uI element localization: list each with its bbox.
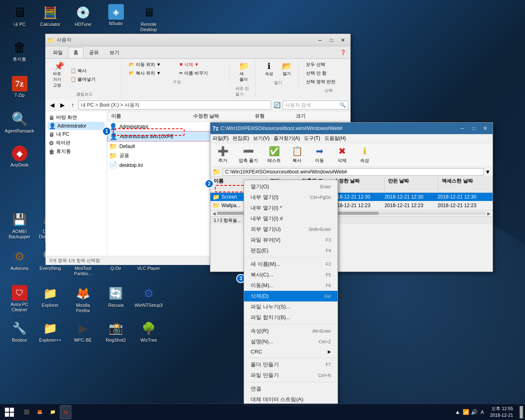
ribbon-open-btn[interactable]: 📂 열기 <box>278 61 295 78</box>
desktop-icon-bootice[interactable]: 🔧 Bootice <box>4 318 35 345</box>
ribbon-properties-btn[interactable]: ℹ 속성 <box>261 61 277 78</box>
sz-test-btn[interactable]: ✅ 테스트 <box>264 144 285 165</box>
sevenzip-minimize-btn[interactable]: ─ <box>457 124 468 132</box>
desktop-icon-mypc[interactable]: 🖥 내 PC <box>4 2 35 29</box>
desktop-icon-firefox[interactable]: 🦊 Mozilla Firefox <box>68 283 98 315</box>
ctx-delete[interactable]: 삭제(D) Del <box>244 291 338 301</box>
ctx-copy[interactable]: 복사(C)... F5 <box>244 269 338 280</box>
ribbon-rename-btn[interactable]: ✏ 이름 바꾸기 <box>177 69 226 77</box>
ctx-open[interactable]: 열기(O) Enter <box>244 181 338 192</box>
taskbar-item-terminal[interactable]: ⬛ <box>21 405 33 419</box>
desktop-icon-agentransack[interactable]: 🔍 AgentRansack <box>4 109 35 136</box>
desktop-icon-mpcbe[interactable]: ▶ MPC-BE <box>68 318 98 345</box>
ctx-split-file[interactable]: 파일 나누기(S)... <box>244 301 338 312</box>
tree-item-desktop[interactable]: 🖥 바탕 화면 <box>48 113 105 122</box>
ctx-file-viewer[interactable]: 파일 뷰어(V) F3 <box>244 235 338 245</box>
ctx-rename[interactable]: 새 이름(M)... F2 <box>244 259 338 269</box>
ribbon-select-none-btn[interactable]: 선택 안 함 <box>304 69 353 77</box>
sevenzip-maximize-btn[interactable]: □ <box>468 124 479 132</box>
desktop-icon-recuva[interactable]: 🔄 Recuva <box>100 283 131 310</box>
ribbon-tab-file[interactable]: 파일 <box>48 47 68 58</box>
ribbon-move-to-btn[interactable]: 📂 이동 위치 ▼ <box>127 61 176 68</box>
sz-scroll-right[interactable]: ▶ <box>487 211 491 216</box>
menu-view[interactable]: 보기(V) <box>253 135 269 142</box>
tree-item-controlpanel[interactable]: ⚙ 제어판 <box>48 139 105 147</box>
ribbon-paste-btn[interactable]: 📋붙여넣기 <box>68 75 118 83</box>
sevenzip-close-btn[interactable]: ✕ <box>480 124 491 132</box>
desktop-icon-autoruns[interactable]: ⚙ Autoruns <box>4 246 35 273</box>
refresh-btn[interactable]: 🔄 <box>272 100 281 110</box>
tray-clock[interactable]: 오후 12:55 2018-12-21 <box>487 406 516 418</box>
menu-help[interactable]: 도움말(H) <box>324 135 346 142</box>
start-button[interactable] <box>0 404 18 420</box>
ctx-edit[interactable]: 편집(E) F4 <box>244 245 338 256</box>
tree-item-administrator[interactable]: 👤 Administrator <box>48 122 105 130</box>
ctx-open-external[interactable]: 외부 열기(U) Shift+Enter <box>244 224 338 235</box>
forward-btn[interactable]: ▶ <box>58 100 67 110</box>
tray-network-icon[interactable]: 📶 <box>463 409 469 415</box>
desktop-icon-aomei[interactable]: 💾 AOMEIBackupper <box>4 209 35 242</box>
address-path[interactable]: 내 PC > Boot (X:) > 사용자 <box>78 100 271 110</box>
ribbon-tab-view[interactable]: 보기 <box>104 47 125 58</box>
desktop-icon-avira[interactable]: 🛡 Avira PCCleaner <box>4 283 35 315</box>
desktop-icon-hdtune[interactable]: 💿 HDTune <box>68 2 98 29</box>
taskbar-item-7zip[interactable]: 7z <box>60 405 71 419</box>
menu-edit[interactable]: 편집(E) <box>233 135 249 142</box>
tray-expand-icon[interactable]: ▲ <box>454 409 461 415</box>
explorer-close-btn[interactable]: ✕ <box>338 36 348 44</box>
desktop-icon-winntsetup[interactable]: ⚙ WinNTSetup3 <box>133 283 164 310</box>
sz-info-btn[interactable]: ℹ 속성 <box>354 144 375 165</box>
desktop-icon-wiztree[interactable]: 🌳 WizTree <box>133 318 164 345</box>
desktop-icon-anydesk[interactable]: ◆ AnyDesk <box>4 144 35 170</box>
tree-item-mypc[interactable]: 🖥 내 PC <box>48 130 105 139</box>
desktop-icon-recycle[interactable]: 🗑 휴지통 <box>4 37 35 64</box>
desktop-icon-nsudo[interactable]: ◈ NSudo <box>100 2 131 28</box>
desktop-icon-remote[interactable]: 🖥 RemoteDesktop <box>133 2 164 34</box>
up-btn[interactable]: ↑ <box>68 100 77 110</box>
ctx-crc[interactable]: CRC ▶ <box>244 347 338 356</box>
ctx-open-inner-star[interactable]: 내부 열기(I) * <box>244 203 338 213</box>
ribbon-delete-btn[interactable]: ✖ 삭제 ▼ <box>177 61 226 68</box>
tray-show-desktop-icon[interactable] <box>520 406 523 418</box>
ribbon-help-btn[interactable]: ❓ <box>340 46 348 58</box>
desktop-icon-regshot[interactable]: 📸 RegShot2 <box>100 318 131 345</box>
ribbon-copy-btn[interactable]: 📋복사 <box>68 67 118 75</box>
ribbon-pin-btn[interactable]: 📌 바로 가기고정 <box>51 61 67 89</box>
taskbar-item-explorer[interactable]: 📁 <box>47 405 59 419</box>
sz-delete-btn[interactable]: ✖ 삭제 <box>332 144 352 165</box>
ribbon-select-all-btn[interactable]: 모두 선택 <box>304 61 353 68</box>
menu-file[interactable]: 파일(F) <box>212 135 228 142</box>
sz-move-btn[interactable]: ➡ 이동 <box>309 144 330 165</box>
ribbon-tab-share[interactable]: 공유 <box>84 47 104 58</box>
ctx-create-folder[interactable]: 폴더 만들기 F7 <box>244 359 338 370</box>
sz-add-btn[interactable]: ➕ 추가 <box>212 144 233 165</box>
ctx-link[interactable]: 연결 <box>244 383 338 394</box>
search-box[interactable]: 사용자 검색 🔍 <box>283 100 348 110</box>
ctx-description[interactable]: 설명(N)... Ctrl+Z <box>244 336 338 347</box>
ctx-open-inner-hash[interactable]: 내부 열기(I) # <box>244 213 338 224</box>
sz-scroll-left[interactable]: ◀ <box>212 211 216 216</box>
tray-volume-icon[interactable]: 🔊 <box>471 409 477 415</box>
tree-item-recycle[interactable]: 🗑 휴지통 <box>48 147 105 156</box>
ribbon-invert-btn[interactable]: 선택 영역 반전 <box>304 78 353 86</box>
back-btn[interactable]: ◀ <box>48 100 57 110</box>
desktop-icon-explorerpp[interactable]: 📁 Explorer++ <box>35 318 66 345</box>
ribbon-new-folder-btn[interactable]: 📁 새폴더 <box>235 61 252 84</box>
desktop-icon-explorer[interactable]: 📁 Explorer <box>35 283 66 310</box>
ctx-open-inner[interactable]: 내부 열기(I) Ctrl+PgDn <box>244 192 338 203</box>
ctx-create-file[interactable]: 파일 만들기 Ctrl+N <box>244 370 338 381</box>
ctx-merge-file[interactable]: 파일 합치기(B)... <box>244 312 338 323</box>
explorer-maximize-btn[interactable]: □ <box>326 36 337 44</box>
menu-favorites[interactable]: 즐겨찾기(A) <box>274 135 300 142</box>
desktop-icon-calculator[interactable]: 🧮 Calculator <box>35 2 66 29</box>
menu-tools[interactable]: 도구(T) <box>304 135 320 142</box>
taskbar-item-firefox[interactable]: 🦊 <box>34 405 46 419</box>
ctx-move[interactable]: 이동(M)... F6 <box>244 280 338 291</box>
ctx-properties[interactable]: 속성(R) Alt+Enter <box>244 326 338 336</box>
desktop-icon-7zip[interactable]: 7z 7-Zip <box>4 74 35 100</box>
ribbon-tab-home[interactable]: 홈 <box>68 47 84 58</box>
sz-extract-btn[interactable]: ➖ 압축 풀기 <box>235 144 262 165</box>
ribbon-copy-to-btn[interactable]: 📂 복사 위치 ▼ <box>127 69 176 77</box>
sz-copy-btn[interactable]: 📋 복사 <box>287 144 307 165</box>
sz-path-arrow[interactable]: ▼ <box>485 169 491 175</box>
